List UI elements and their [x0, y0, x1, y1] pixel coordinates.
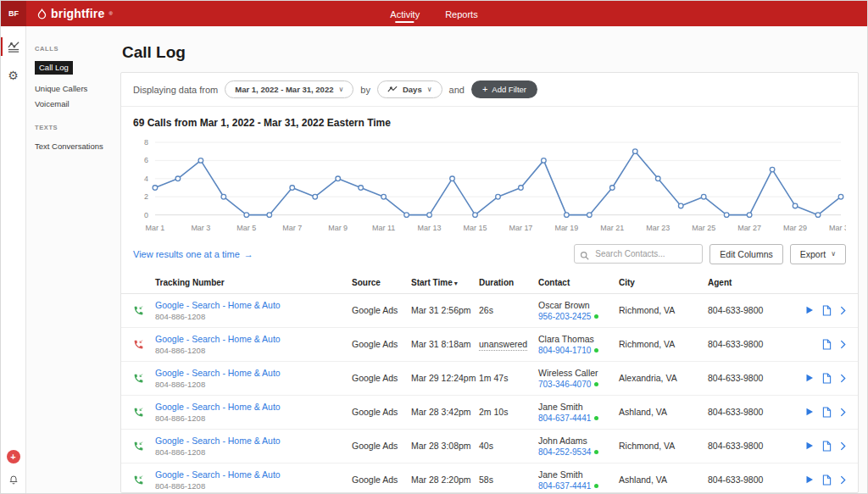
table-row: Google - Search - Home & Auto 804-886-12…	[121, 362, 858, 396]
svg-text:Mar 7: Mar 7	[282, 224, 302, 232]
sidebar-item-voicemail[interactable]: Voicemail	[35, 99, 70, 108]
brand-logo[interactable]: brightfire ®	[36, 7, 113, 20]
agent-cell: 804-633-9800	[708, 475, 797, 485]
svg-text:6: 6	[144, 156, 148, 164]
table-row: Google - Search - Home & Auto 804-886-12…	[121, 396, 858, 430]
results-toolbar: View results one at a time →	[121, 237, 858, 273]
gear-icon: ⚙	[8, 69, 19, 81]
add-filter-button[interactable]: + Add Filter	[471, 80, 537, 98]
svg-text:Mar 15: Mar 15	[464, 224, 487, 232]
play-recording-icon[interactable]	[805, 408, 814, 416]
tracking-name-link[interactable]: Google - Search - Home & Auto	[155, 368, 281, 378]
call-missed-icon	[133, 339, 155, 350]
transcript-icon[interactable]	[822, 441, 832, 452]
transcript-icon[interactable]	[822, 339, 832, 350]
svg-text:Mar 11: Mar 11	[372, 224, 395, 232]
chevron-down-icon: ∨	[427, 86, 432, 93]
row-actions	[797, 475, 846, 486]
nav-item-activity[interactable]: Activity	[390, 1, 420, 26]
column-header-source[interactable]: Source	[352, 278, 411, 287]
contact-number-link[interactable]: 804-637-4441	[538, 414, 591, 423]
page-title: Call Log	[122, 43, 859, 62]
contact-name: Clara Thomas	[538, 334, 619, 344]
granularity-dropdown[interactable]: Days ∨	[377, 80, 442, 98]
row-actions	[797, 441, 846, 452]
column-header-duration[interactable]: Duration	[479, 278, 538, 287]
rail-item-activity[interactable]	[1, 35, 25, 58]
sidebar-item-call-log[interactable]: Call Log	[35, 61, 73, 75]
export-button[interactable]: Export ∨	[790, 244, 846, 264]
play-recording-icon[interactable]	[805, 306, 814, 314]
duration-cell: unanswered	[479, 339, 538, 349]
column-header-contact[interactable]: Contact	[538, 278, 619, 287]
left-rail: ⚙ +	[1, 26, 26, 493]
svg-text:Mar 3: Mar 3	[191, 224, 210, 232]
agent-cell: 804-633-9800	[708, 441, 797, 451]
tracking-name-link[interactable]: Google - Search - Home & Auto	[155, 436, 281, 446]
table-body: Google - Search - Home & Auto 804-886-12…	[121, 294, 858, 492]
arrow-right-icon: →	[244, 249, 253, 259]
tracking-number: 804-886-1208	[155, 414, 352, 423]
help-button[interactable]: +	[7, 450, 20, 463]
play-recording-icon[interactable]	[805, 475, 814, 484]
source-cell: Google Ads	[352, 441, 411, 451]
chevron-down-icon: ∨	[338, 86, 343, 93]
rail-item-settings[interactable]: ⚙	[1, 64, 25, 87]
column-header-start-time[interactable]: Start Time▾	[411, 278, 479, 287]
tracking-name-link[interactable]: Google - Search - Home & Auto	[155, 469, 281, 480]
app-root: BF brightfire ® ActivityReports	[1, 1, 867, 493]
row-expand-chevron-icon[interactable]	[840, 374, 846, 383]
chart-title: 69 Calls from Mar 1, 2022 - Mar 31, 2022…	[133, 117, 846, 129]
column-header-agent[interactable]: Agent	[708, 278, 797, 287]
city-cell: Richmond, VA	[619, 339, 708, 349]
agent-cell: 804-633-9800	[708, 305, 797, 315]
row-expand-chevron-icon[interactable]	[840, 306, 846, 315]
transcript-icon[interactable]	[822, 407, 832, 418]
sidebar-item-unique-callers[interactable]: Unique Callers	[35, 84, 87, 93]
row-actions	[797, 339, 846, 350]
contact-number-link[interactable]: 804-252-9534	[538, 447, 591, 457]
tracking-cell: Google - Search - Home & Auto 804-886-12…	[155, 300, 352, 321]
column-header-tracking-number[interactable]: Tracking Number	[155, 278, 352, 287]
transcript-icon[interactable]	[822, 305, 832, 316]
svg-text:Mar 27: Mar 27	[737, 224, 761, 232]
start-time-cell: Mar 29 12:24pm	[411, 373, 479, 383]
source-cell: Google Ads	[352, 339, 411, 349]
sidebar-item-text-conversations[interactable]: Text Conversations	[35, 142, 103, 151]
play-recording-icon[interactable]	[805, 374, 814, 382]
contact-number-link[interactable]: 804-904-1710	[538, 346, 591, 355]
row-expand-chevron-icon[interactable]	[840, 408, 846, 417]
svg-text:8: 8	[144, 138, 148, 147]
city-cell: Ashland, VA	[619, 407, 708, 417]
transcript-icon[interactable]	[822, 373, 832, 384]
transcript-icon[interactable]	[822, 475, 832, 486]
svg-text:Mar 1: Mar 1	[145, 224, 164, 232]
column-header-city[interactable]: City	[619, 278, 708, 287]
contact-number-link[interactable]: 703-346-4070	[538, 380, 591, 389]
contact-cell: Clara Thomas 804-904-1710	[538, 334, 619, 355]
row-expand-chevron-icon[interactable]	[840, 441, 846, 451]
filter-prefix-label: Displaying data from	[133, 85, 218, 95]
sidebar-group-title: TEXTS	[35, 124, 110, 131]
date-range-dropdown[interactable]: Mar 1, 2022 - Mar 31, 2022 ∨	[225, 80, 353, 98]
filter-bar: Displaying data from Mar 1, 2022 - Mar 3…	[121, 73, 858, 107]
tracking-name-link[interactable]: Google - Search - Home & Auto	[155, 402, 281, 412]
edit-columns-button[interactable]: Edit Columns	[709, 244, 782, 264]
tracking-name-link[interactable]: Google - Search - Home & Auto	[155, 300, 281, 310]
row-expand-chevron-icon[interactable]	[840, 475, 846, 485]
notifications-button[interactable]	[8, 474, 19, 485]
tracking-name-link[interactable]: Google - Search - Home & Auto	[155, 334, 281, 344]
start-time-cell: Mar 28 3:42pm	[411, 407, 479, 417]
duration-cell: 26s	[479, 305, 538, 315]
tracking-number: 804-886-1208	[155, 447, 352, 457]
search-contacts-input[interactable]	[574, 244, 703, 264]
start-time-cell: Mar 31 8:18am	[411, 339, 479, 349]
brand-square[interactable]: BF	[1, 1, 26, 26]
play-recording-icon[interactable]	[805, 441, 814, 450]
plus-icon: +	[482, 85, 487, 94]
contact-number-link[interactable]: 804-637-4441	[538, 481, 591, 491]
view-results-link[interactable]: View results one at a time →	[133, 249, 253, 259]
row-expand-chevron-icon[interactable]	[840, 340, 846, 349]
nav-item-reports[interactable]: Reports	[445, 1, 478, 26]
contact-number-link[interactable]: 956-203-2425	[538, 312, 591, 321]
